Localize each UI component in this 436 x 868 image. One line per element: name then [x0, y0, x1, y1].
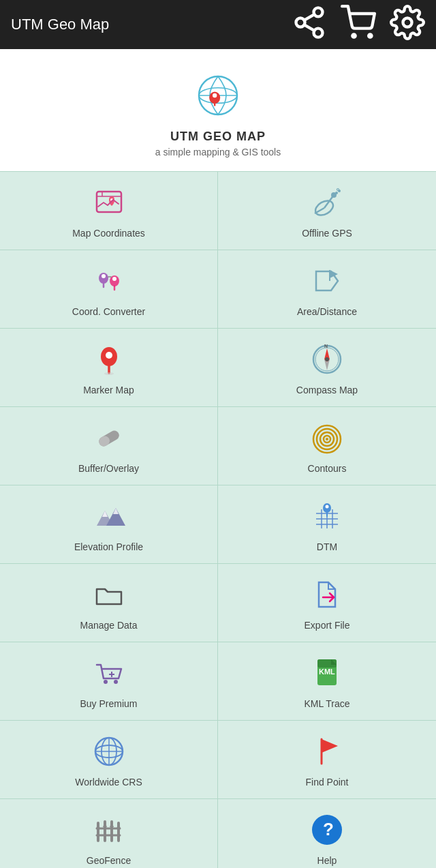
grid-item-dtm[interactable]: DTM — [218, 485, 436, 564]
svg-rect-13 — [97, 192, 121, 212]
features-grid: Map Coordinates Offline GPS — [0, 171, 436, 868]
grid-item-area-distance[interactable]: Area/Distance — [218, 250, 436, 329]
dtm-icon — [309, 498, 345, 534]
hero-app-name: UTM GEO MAP — [170, 130, 266, 144]
svg-point-59 — [114, 680, 118, 684]
svg-marker-48 — [113, 508, 119, 514]
svg-marker-28 — [330, 270, 338, 278]
marker-map-label: Marker Map — [83, 384, 134, 396]
grid-item-marker-map[interactable]: Marker Map — [0, 329, 218, 407]
svg-line-3 — [305, 25, 315, 31]
svg-marker-82 — [116, 823, 121, 828]
worldwide-crs-label: Worldwide CRS — [75, 776, 142, 788]
area-distance-icon — [309, 263, 345, 299]
find-point-icon — [309, 734, 345, 769]
grid-item-worldwide-crs[interactable]: Worldwide CRS — [0, 721, 218, 799]
svg-point-31 — [104, 372, 114, 375]
coord-converter-icon — [91, 263, 127, 299]
svg-text:KML: KML — [319, 668, 335, 676]
svg-marker-72 — [322, 739, 338, 753]
grid-item-export-file[interactable]: Export File — [218, 564, 436, 642]
area-distance-label: Area/Distance — [297, 305, 357, 318]
svg-point-7 — [403, 18, 412, 27]
svg-point-44 — [326, 438, 328, 440]
elevation-profile-label: Elevation Profile — [74, 541, 143, 553]
hero-subtitle: a simple mapping & GIS tools — [155, 147, 281, 158]
svg-point-56 — [326, 505, 329, 508]
app-header: UTM Geo Map — [0, 0, 436, 49]
svg-marker-80 — [103, 822, 107, 827]
buffer-overlay-icon — [91, 420, 127, 455]
svg-line-4 — [305, 14, 315, 20]
geofence-label: GeoFence — [87, 854, 131, 867]
svg-point-36 — [325, 357, 329, 361]
offline-gps-label: Offline GPS — [302, 227, 352, 239]
settings-icon[interactable] — [390, 5, 425, 44]
header-actions — [292, 5, 425, 44]
manage-data-icon — [91, 577, 127, 612]
grid-item-contours[interactable]: Contours — [218, 407, 436, 485]
contours-icon — [309, 420, 345, 455]
svg-marker-81 — [110, 822, 114, 827]
kml-trace-label: KML Trace — [304, 698, 349, 710]
svg-point-30 — [106, 352, 112, 359]
grid-item-manage-data[interactable]: Manage Data — [0, 564, 218, 642]
svg-point-58 — [104, 680, 108, 684]
compass-map-label: Compass Map — [296, 384, 358, 396]
svg-point-19 — [335, 192, 338, 194]
worldwide-crs-icon — [91, 734, 127, 769]
contours-label: Contours — [308, 462, 347, 475]
grid-item-buy-premium[interactable]: Buy Premium — [0, 642, 218, 721]
map-coordinates-label: Map Coordinates — [72, 227, 145, 239]
elevation-profile-icon — [91, 498, 127, 534]
kml-trace-icon: KML — [309, 655, 345, 691]
find-point-label: Find Point — [305, 776, 348, 788]
svg-point-21 — [337, 188, 339, 190]
share-icon[interactable] — [292, 5, 327, 44]
offline-gps-icon — [309, 185, 345, 220]
hero-globe-icon — [191, 68, 245, 123]
grid-item-elevation-profile[interactable]: Elevation Profile — [0, 485, 218, 564]
svg-marker-79 — [96, 823, 100, 828]
grid-item-kml-trace[interactable]: KML KML Trace — [218, 642, 436, 721]
coord-converter-label: Coord. Converter — [72, 305, 145, 318]
grid-item-buffer-overlay[interactable]: Buffer/Overlay — [0, 407, 218, 485]
dtm-label: DTM — [317, 541, 337, 553]
svg-point-12 — [213, 93, 217, 98]
hero-section: UTM GEO MAP a simple mapping & GIS tools — [0, 49, 436, 171]
compass-map-icon: N — [309, 342, 345, 377]
buffer-overlay-label: Buffer/Overlay — [78, 462, 139, 475]
geofence-icon — [91, 812, 127, 848]
help-icon: ? — [309, 812, 345, 848]
svg-marker-47 — [102, 511, 108, 517]
buy-premium-icon — [91, 655, 127, 691]
svg-point-25 — [112, 277, 116, 281]
manage-data-label: Manage Data — [80, 619, 137, 631]
svg-point-6 — [369, 34, 371, 37]
svg-text:?: ? — [323, 819, 334, 839]
grid-item-geofence[interactable]: GeoFence — [0, 799, 218, 868]
buy-premium-label: Buy Premium — [80, 698, 137, 710]
grid-item-compass-map[interactable]: N Compass Map — [218, 329, 436, 407]
svg-point-23 — [102, 274, 106, 278]
svg-text:N: N — [324, 344, 328, 348]
cart-icon[interactable] — [341, 5, 376, 44]
app-title: UTM Geo Map — [11, 16, 109, 33]
svg-point-5 — [352, 34, 355, 37]
export-file-icon — [309, 577, 345, 612]
marker-map-icon — [91, 342, 127, 377]
help-label: Help — [317, 854, 337, 867]
grid-item-coord-converter[interactable]: Coord. Converter — [0, 250, 218, 329]
grid-item-find-point[interactable]: Find Point — [218, 721, 436, 799]
grid-item-offline-gps[interactable]: Offline GPS — [218, 172, 436, 250]
grid-item-map-coordinates[interactable]: Map Coordinates — [0, 172, 218, 250]
grid-item-help[interactable]: ? Help — [218, 799, 436, 868]
map-coordinates-icon — [91, 185, 127, 220]
export-file-label: Export File — [305, 619, 350, 631]
